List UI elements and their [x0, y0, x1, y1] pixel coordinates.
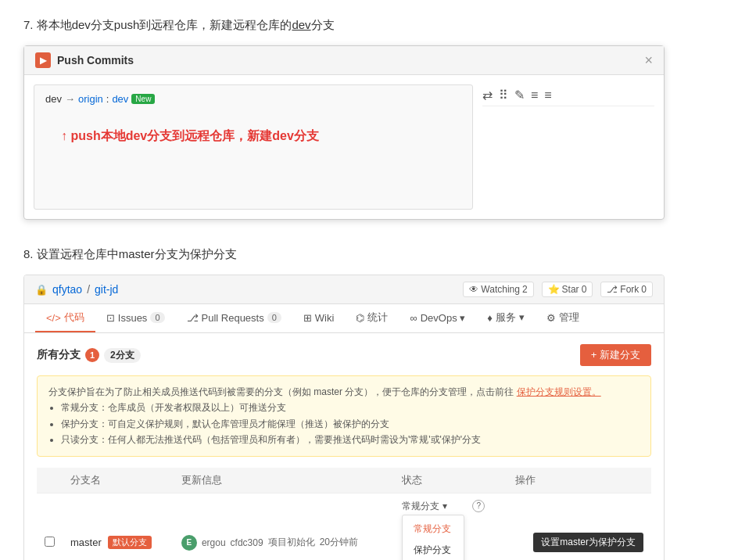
branch-name-master: master 默认分支 — [70, 536, 166, 549]
nav-devops[interactable]: ∞ DevOps ▾ — [399, 306, 476, 332]
push-dialog-header-left: ▶ Push Commits — [35, 52, 134, 68]
master-action-cell: 设置master为保护分支 — [507, 493, 651, 560]
sync-icon[interactable]: ⇄ — [482, 88, 493, 102]
notice-main-text: 分支保护旨在为了防止相关成员推送代码到被需要的分支（例如 master 分支），… — [48, 386, 514, 397]
notice-link[interactable]: 保护分支规则设置。 — [517, 386, 601, 397]
star-button[interactable]: ⭐ Star 0 — [542, 282, 593, 297]
remote-link[interactable]: origin — [78, 93, 103, 105]
set-protect-button[interactable]: 设置master为保护分支 — [533, 533, 643, 552]
master-status-area: 常规分支 ▾ 常规分支 保护分支 只读分支 ? — [402, 500, 500, 560]
grid-icon[interactable]: ⠿ — [499, 88, 508, 102]
master-branch-name: master — [70, 537, 102, 548]
branch-count-label: 2分支 — [104, 348, 141, 363]
row-checkbox[interactable] — [45, 537, 55, 547]
branches-table-body: master 默认分支 E ergou cfdc309 项目初始化 20 — [37, 493, 651, 560]
branch-from: dev — [45, 93, 62, 105]
list-icon1[interactable]: ≡ — [531, 88, 538, 102]
branches-header: 所有分支 1 2分支 + 新建分支 — [37, 344, 651, 366]
nav-code-label: 代码 — [64, 311, 84, 325]
master-status-cell: 常规分支 ▾ 常规分支 保护分支 只读分支 ? — [394, 493, 507, 560]
notice-item-2: 保护分支：可自定义保护规则，默认仓库管理员才能保理（推送）被保护的分支 — [61, 416, 640, 432]
repo-name[interactable]: git-jd — [95, 283, 118, 296]
section7-underline: dev — [292, 18, 310, 31]
watching-button[interactable]: 👁 Watching 2 — [463, 282, 533, 297]
fork-button[interactable]: ⎇ Fork 0 — [600, 282, 653, 297]
nav-devops-label: DevOps ▾ — [421, 312, 466, 324]
gitee-content: 所有分支 1 2分支 + 新建分支 分支保护旨在为了防止相关成员推送代码到被需要… — [24, 333, 664, 560]
nav-wiki[interactable]: ⊞ Wiki — [292, 306, 346, 332]
gitee-meta: 👁 Watching 2 ⭐ Star 0 ⎇ Fork 0 — [463, 282, 653, 297]
branch-to-link[interactable]: dev — [112, 93, 128, 105]
lock-icon: 🔒 — [35, 284, 48, 296]
section8-title: 8. 设置远程仓库中master分支为保护分支 — [23, 245, 733, 264]
push-annotation-text: push本地dev分支到远程仓库，新建dev分支 — [70, 129, 318, 142]
push-dialog-title: Push Commits — [57, 54, 134, 66]
master-commit-hash: cfdc309 — [231, 537, 263, 548]
manage-icon: ⚙ — [546, 312, 556, 324]
nav-issues-label: Issues — [118, 312, 148, 324]
fork-count: 0 — [641, 284, 647, 295]
list-icon2[interactable]: ≡ — [544, 88, 551, 102]
push-dialog: ▶ Push Commits × dev → origin : dev New … — [23, 45, 665, 220]
status-dropdown-menu: 常规分支 保护分支 只读分支 — [402, 515, 464, 560]
star-count: 0 — [582, 284, 587, 295]
nav-code[interactable]: </> 代码 — [35, 304, 95, 332]
checkbox-cell — [37, 493, 63, 560]
push-dialog-icon: ▶ — [35, 52, 51, 68]
dropdown-item-regular[interactable]: 常规分支 — [403, 519, 464, 540]
dropdown-item-protected[interactable]: 保护分支 — [403, 540, 464, 560]
new-badge: New — [131, 94, 155, 104]
nav-services-label: 服务 ▾ — [496, 311, 525, 325]
push-annotation-arrow-icon: ↑ — [61, 129, 67, 142]
devops-icon: ∞ — [410, 312, 417, 324]
services-icon: ♦ — [487, 312, 493, 324]
master-commit-cell: E ergou cfdc309 项目初始化 20分钟前 — [174, 493, 394, 560]
help-icon[interactable]: ? — [472, 500, 485, 512]
branches-table-header-row: 分支名 更新信息 状态 操作 — [37, 468, 651, 494]
push-dialog-body: dev → origin : dev New ↑ push本地dev分支到远程仓… — [24, 75, 664, 219]
watching-count: 2 — [522, 284, 528, 295]
issues-badge: 0 — [150, 312, 164, 323]
repo-owner[interactable]: qfytao — [52, 283, 82, 296]
push-annotation: ↑ push本地dev分支到远程仓库，新建dev分支 — [61, 128, 461, 145]
colon: : — [106, 93, 109, 105]
push-branch-line: dev → origin : dev New — [45, 93, 461, 105]
issues-icon: ⊡ — [106, 312, 115, 324]
new-branch-button[interactable]: + 新建分支 — [580, 344, 651, 366]
close-icon[interactable]: × — [644, 53, 653, 67]
master-commit-avatar: E — [181, 535, 197, 551]
branches-title: 所有分支 1 2分支 — [37, 348, 141, 363]
nav-issues[interactable]: ⊡ Issues 0 — [95, 306, 176, 332]
col-branch-name: 分支名 — [63, 468, 174, 494]
nav-pr[interactable]: ⎇ Pull Requests 0 — [176, 306, 292, 332]
branches-title-text: 所有分支 — [37, 348, 81, 362]
gitee-nav: </> 代码 ⊡ Issues 0 ⎇ Pull Requests 0 ⊞ Wi… — [24, 304, 664, 333]
watching-label: Watching — [481, 284, 520, 295]
master-commit-user: ergou — [202, 537, 226, 548]
master-name-cell: master 默认分支 — [63, 493, 174, 560]
status-dropdown-master[interactable]: 常规分支 ▾ — [402, 500, 464, 513]
wiki-icon: ⊞ — [303, 312, 312, 324]
status-dropdown-col: 常规分支 ▾ 常规分支 保护分支 只读分支 — [402, 500, 464, 560]
master-commit-msg: 项目初始化 — [268, 536, 315, 549]
section7-text: 将本地dev分支push到远程仓库，新建远程仓库的 — [37, 18, 292, 31]
star-icon: ⭐ — [548, 284, 560, 295]
branches-table-head: 分支名 更新信息 状态 操作 — [37, 468, 651, 494]
nav-wiki-label: Wiki — [315, 312, 335, 324]
section8-text: 设置远程仓库中master分支为保护分支 — [37, 247, 237, 260]
push-dialog-right: ⇄ ⠿ ✎ ≡ ≡ — [482, 84, 654, 210]
nav-stats[interactable]: ⌬ 统计 — [345, 304, 399, 332]
status-text: 常规分支 — [402, 500, 439, 513]
slash: / — [87, 283, 90, 296]
section7-title: 7. 将本地dev分支push到远程仓库，新建远程仓库的dev分支 — [23, 16, 733, 34]
dropdown-arrow-icon: ▾ — [442, 501, 447, 512]
nav-manage[interactable]: ⚙ 管理 — [536, 304, 590, 332]
star-label: Star — [562, 284, 579, 295]
section7-text2: 分支 — [311, 18, 335, 31]
push-dialog-left: dev → origin : dev New ↑ push本地dev分支到远程仓… — [34, 84, 473, 210]
branch-count-circle: 1 — [85, 348, 99, 362]
nav-services[interactable]: ♦ 服务 ▾ — [476, 304, 535, 332]
edit-icon[interactable]: ✎ — [514, 88, 525, 102]
notice-item-1: 常规分支：仓库成员（开发者权限及以上）可推送分支 — [61, 400, 640, 415]
push-arrow: → — [65, 93, 75, 105]
